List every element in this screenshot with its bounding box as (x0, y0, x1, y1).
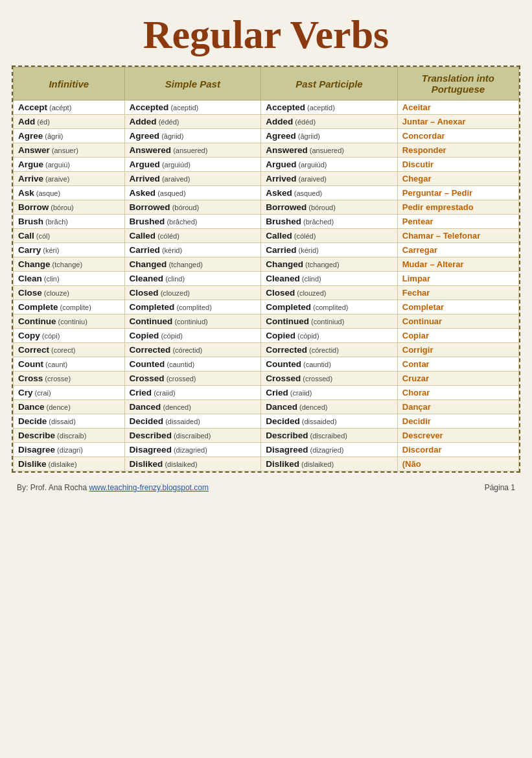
verb-sp-phonetic: (craiid) (152, 389, 176, 397)
footer-link[interactable]: www.teaching-frenzy.blogspot.com (89, 483, 209, 492)
verb-inf-phonetic: (asque) (34, 189, 60, 197)
cell-past-participle: Arrived (araived) (261, 172, 398, 186)
verb-pp-phonetic: (arguiúd) (296, 161, 327, 169)
verb-pp-phonetic: (araived) (296, 175, 326, 183)
cell-translation: Dançar (397, 400, 518, 414)
verb-pp-phonetic: (continiud) (309, 318, 344, 326)
verb-sp-phonetic: (clind) (163, 275, 185, 283)
cell-infinitive: Add (éd) (14, 115, 125, 129)
verb-sp-phonetic: (crossed) (165, 375, 196, 383)
verb-pp-main: Danced (266, 402, 297, 412)
verb-pp-main: Agreed (266, 131, 296, 141)
verb-pp-main: Called (266, 231, 292, 241)
verb-sp-main: Cleaned (130, 274, 164, 283)
verb-sp-main: Counted (130, 359, 165, 369)
cell-past-participle: Copied (cópid) (261, 329, 398, 343)
verb-pt-word: Contar (402, 359, 430, 369)
verb-sp-phonetic: (dissaided) (163, 418, 200, 425)
cell-translation: Continuar (397, 314, 518, 329)
verb-sp-main: Corrected (130, 345, 171, 355)
cell-past-participle: Agreed (âgriid) (261, 129, 398, 143)
footer-left: By: Prof. Ana Rocha www.teaching-frenzy.… (17, 483, 209, 492)
cell-translation: Cruzar (397, 372, 518, 386)
cell-translation: Contar (397, 357, 518, 372)
cell-infinitive: Dance (dence) (14, 400, 125, 414)
cell-simple-past: Completed (complited) (124, 300, 261, 314)
cell-past-participle: Brushed (brâched) (261, 215, 398, 229)
verb-pt-word: Completar (402, 302, 444, 312)
table-row: Correct (corect)Corrected (córectid)Corr… (14, 343, 519, 357)
table-wrapper: Infinitive Simple Past Past Participle T… (12, 65, 520, 473)
table-row: Borrow (bórou)Borrowed (bóroud)Borrowed … (14, 200, 519, 215)
verb-sp-main: Described (130, 431, 172, 440)
cell-past-participle: Disliked (dislaiked) (261, 457, 398, 471)
verb-sp-main: Carried (130, 245, 160, 255)
table-row: Complete (complite)Completed (complited)… (14, 300, 519, 314)
table-row: Agree (âgrii)Agreed (âgriid)Agreed (âgri… (14, 129, 519, 143)
verb-inf-phonetic: (crai) (33, 389, 51, 397)
verb-sp-phonetic: (córectid) (170, 346, 202, 354)
cell-past-participle: Crossed (crossed) (261, 372, 398, 386)
cell-infinitive: Arrive (araive) (14, 172, 125, 186)
verb-inf-main: Answer (18, 145, 50, 155)
verb-inf-phonetic: (brâch) (43, 218, 68, 226)
verb-pp-main: Disliked (266, 459, 299, 469)
cell-translation: Pedir emprestado (397, 200, 518, 215)
verb-sp-main: Crossed (130, 373, 165, 383)
verb-inf-main: Describe (18, 431, 55, 440)
verb-inf-main: Complete (18, 302, 58, 312)
verb-inf-main: Argue (18, 160, 43, 169)
cell-simple-past: Disliked (dislaiked) (124, 457, 261, 471)
cell-infinitive: Borrow (bórou) (14, 200, 125, 215)
verb-pt-word: Copiar (402, 331, 429, 340)
verb-sp-phonetic: (denced) (161, 403, 191, 411)
table-row: Dance (dence)Danced (denced)Danced (denc… (14, 400, 519, 414)
cell-infinitive: Ask (asque) (14, 186, 125, 200)
cell-simple-past: Asked (asqued) (124, 186, 261, 200)
verb-sp-phonetic: (discraibed) (172, 432, 211, 440)
verb-pp-phonetic: (tchanged) (303, 261, 340, 268)
verb-pp-phonetic: (cópid) (295, 332, 319, 340)
table-row: Copy (cópi)Copied (cópid)Copied (cópid)C… (14, 329, 519, 343)
cell-simple-past: Called (cóléd) (124, 229, 261, 243)
cell-infinitive: Agree (âgrii) (14, 129, 125, 143)
verb-pt-word: Pedir emprestado (402, 202, 474, 212)
cell-simple-past: Crossed (crossed) (124, 372, 261, 386)
verb-sp-main: Agreed (130, 131, 160, 141)
verb-sp-phonetic: (aceptid) (168, 104, 198, 112)
verb-sp-main: Called (130, 231, 156, 241)
verb-sp-main: Cried (130, 388, 152, 397)
verb-pp-main: Continued (266, 316, 309, 326)
verb-inf-phonetic: (continiu) (56, 318, 87, 326)
verb-sp-phonetic: (cóléd) (156, 232, 179, 240)
verb-pp-phonetic: (cauntid) (301, 361, 331, 368)
verb-pt-word: Descrever (402, 431, 443, 440)
verb-inf-phonetic: (dislaike) (47, 460, 77, 468)
verb-inf-main: Agree (18, 131, 43, 141)
verb-sp-phonetic: (complited) (174, 303, 211, 311)
verb-pp-phonetic: (clind) (300, 275, 321, 283)
verb-inf-phonetic: (arguiú) (43, 161, 70, 169)
footer-right: Página 1 (485, 483, 515, 492)
table-row: Argue (arguiú)Argued (arguiúd)Argued (ar… (14, 158, 519, 172)
cell-simple-past: Closed (clouzed) (124, 286, 261, 300)
verb-sp-phonetic: (dizagried) (172, 446, 207, 454)
cell-translation: Descrever (397, 429, 518, 443)
table-row: Cross (crosse)Crossed (crossed)Crossed (… (14, 372, 519, 386)
verb-pp-main: Carried (266, 245, 296, 255)
verb-inf-phonetic: (corect) (49, 346, 75, 354)
cell-infinitive: Complete (complite) (14, 300, 125, 314)
verb-sp-phonetic: (continiud) (172, 318, 207, 326)
verb-inf-main: Cross (18, 373, 43, 383)
verb-pt-word: Fechar (402, 288, 430, 298)
table-row: Disagree (dizagri)Disagreed (dizagried)D… (14, 443, 519, 457)
cell-translation: Copiar (397, 329, 518, 343)
verb-pp-main: Described (266, 431, 308, 440)
verb-inf-phonetic: (clin) (42, 275, 60, 283)
verb-sp-main: Closed (130, 288, 159, 298)
table-row: Add (éd)Added (édéd)Added (édéd)Juntar –… (14, 115, 519, 129)
verb-pt-word: Pentear (402, 217, 434, 226)
cell-translation: (Não (397, 457, 518, 471)
verb-pp-phonetic: (dissaided) (300, 418, 337, 425)
cell-simple-past: Disagreed (dizagried) (124, 443, 261, 457)
